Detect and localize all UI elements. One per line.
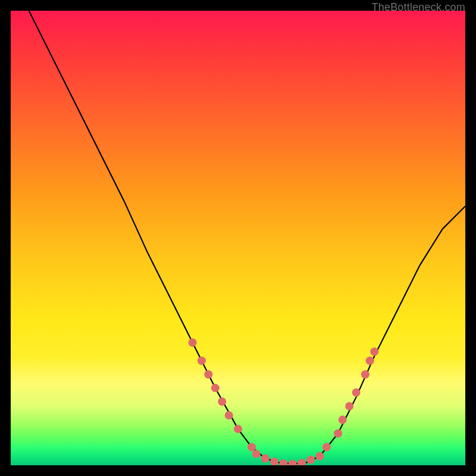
highlight-point (189, 339, 197, 347)
chart-frame: TheBottleneck.com (11, 11, 465, 465)
highlight-point (322, 443, 331, 451)
plot-area (11, 11, 465, 465)
highlight-point (339, 416, 347, 424)
highlight-markers (189, 339, 379, 465)
highlight-point (204, 370, 212, 378)
highlight-point (366, 356, 374, 365)
highlight-point (370, 347, 378, 356)
highlight-point (352, 389, 361, 397)
highlight-point (279, 459, 287, 465)
highlight-point (316, 452, 324, 461)
highlight-point (361, 370, 369, 378)
highlight-point (345, 402, 353, 411)
highlight-point (218, 397, 226, 406)
bottleneck-curve (29, 11, 465, 464)
curve-layer (29, 11, 465, 464)
highlight-point (225, 411, 233, 419)
highlight-point (298, 459, 306, 465)
highlight-point (248, 443, 256, 451)
highlight-point (289, 460, 297, 465)
highlight-point (234, 425, 242, 433)
highlight-point (211, 384, 220, 392)
highlight-point (270, 458, 278, 465)
highlight-point (198, 356, 206, 365)
highlight-point (334, 430, 342, 438)
chart-svg (11, 11, 465, 465)
highlight-point (306, 456, 315, 464)
highlight-point (261, 455, 270, 463)
highlight-point (252, 450, 261, 458)
